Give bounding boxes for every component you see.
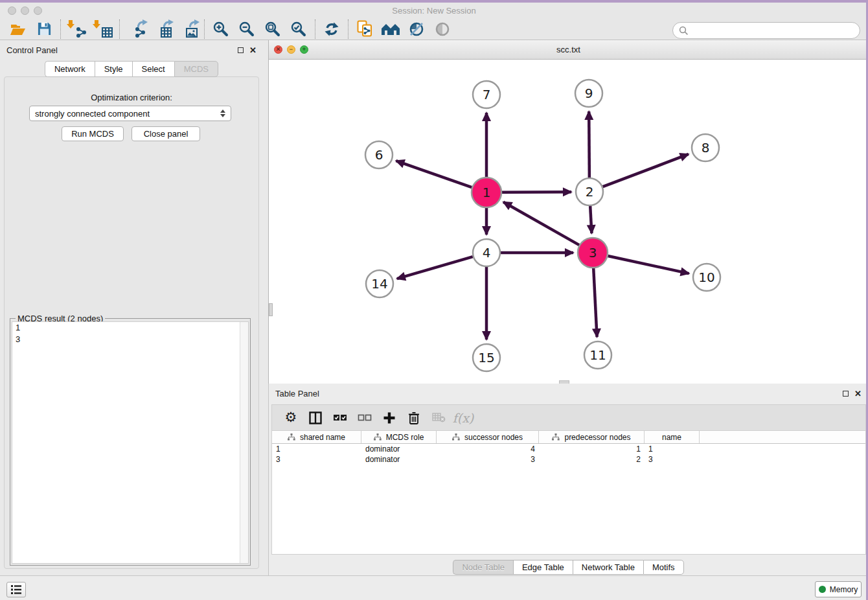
select-all-icon [333, 413, 347, 422]
export-table-button[interactable] [149, 19, 175, 40]
plus-icon [383, 411, 396, 424]
show-graphics-details-button[interactable] [404, 19, 429, 40]
graph-node-3[interactable]: 3 [578, 238, 608, 268]
open-file-button[interactable] [5, 19, 31, 40]
table-row[interactable]: 1dominator411 [272, 444, 865, 454]
tab-network-table[interactable]: Network Table [573, 560, 643, 575]
zoom-out-icon [238, 21, 255, 38]
optimization-criterion-select[interactable]: strongly connected component [29, 106, 231, 121]
table-cell[interactable]: 1 [645, 444, 700, 454]
delete-table-button[interactable] [428, 407, 450, 429]
graph-edge-2-8[interactable] [603, 154, 689, 187]
add-column-button[interactable] [378, 407, 400, 429]
graph-node-label: 15 [478, 350, 494, 365]
graph-node-7[interactable]: 7 [473, 81, 500, 108]
graph-edge-4-14[interactable] [397, 257, 473, 279]
export-image-button[interactable] [175, 19, 201, 40]
tab-select[interactable]: Select [132, 61, 174, 77]
overview-eye-button[interactable] [429, 19, 455, 40]
column-header-name[interactable]: name [645, 431, 700, 443]
select-all-rows-button[interactable] [329, 407, 351, 429]
save-session-button[interactable] [31, 19, 57, 40]
network-canvas[interactable]: 7968124314101511 [269, 60, 868, 384]
graph-node-label: 10 [698, 270, 714, 285]
graph-edge-3-11[interactable] [593, 268, 597, 337]
graph-node-4[interactable]: 4 [473, 239, 500, 266]
export-network-button[interactable] [123, 19, 149, 40]
birds-eye-view-button[interactable] [378, 19, 404, 40]
tab-motifs[interactable]: Motifs [643, 560, 684, 575]
float-panel-icon[interactable] [238, 47, 244, 53]
column-visibility-button[interactable] [304, 407, 326, 429]
close-panel-button[interactable]: Close panel [131, 126, 200, 141]
table-cell[interactable]: dominator [361, 444, 437, 454]
run-mcds-button[interactable]: Run MCDS [62, 126, 124, 141]
tab-style[interactable]: Style [95, 61, 132, 77]
panel-splitter[interactable] [263, 40, 268, 575]
graph-node-14[interactable]: 14 [366, 270, 393, 297]
status-bar: Memory [0, 575, 868, 600]
graph-node-2[interactable]: 2 [576, 178, 603, 205]
delete-columns-button[interactable] [403, 407, 425, 429]
main-area: Control Panel ✕ Network Style Select MCD… [0, 40, 868, 575]
graph-edge-2-9[interactable] [589, 111, 589, 178]
table-cell[interactable]: 1 [272, 444, 361, 454]
graph-edge-1-6[interactable] [396, 161, 472, 187]
column-header-mcds-role[interactable]: MCDS role [361, 431, 437, 443]
window-frame-top [0, 0, 868, 3]
task-history-button[interactable] [6, 582, 26, 597]
table-cell[interactable]: dominator [361, 454, 437, 465]
table-cell[interactable]: 3 [437, 454, 539, 465]
table-grid-icon [161, 27, 172, 38]
deselect-all-rows-button[interactable] [354, 407, 376, 429]
table-cell[interactable]: 4 [437, 444, 539, 454]
network-window-titlebar[interactable]: ✕ − + scc.txt [269, 40, 868, 60]
graph-node-label: 9 [585, 86, 593, 101]
import-table-button[interactable] [90, 19, 116, 40]
trash-icon [408, 411, 420, 424]
zoom-selected-button[interactable] [286, 19, 312, 40]
graph-node-9[interactable]: 9 [575, 80, 602, 107]
graph-node-6[interactable]: 6 [365, 141, 393, 168]
column-header-predecessor-nodes[interactable]: predecessor nodes [539, 431, 645, 443]
graph-node-15[interactable]: 15 [473, 344, 500, 371]
apply-function-button[interactable]: f(x) [452, 407, 474, 429]
network-zoom-button[interactable]: + [300, 45, 308, 54]
tab-network[interactable]: Network [45, 61, 95, 77]
tab-edge-table[interactable]: Edge Table [513, 560, 573, 575]
table-cell[interactable]: 3 [645, 454, 700, 465]
tab-mcds[interactable]: MCDS [174, 61, 218, 77]
column-header-successor-nodes[interactable]: successor nodes [437, 431, 539, 443]
graph-node-8[interactable]: 8 [692, 134, 719, 161]
network-minimize-button[interactable]: − [287, 45, 295, 54]
close-panel-icon[interactable]: ✕ [249, 46, 257, 54]
graph-node-1[interactable]: 1 [472, 178, 501, 207]
graph-node-11[interactable]: 11 [584, 341, 611, 369]
graph-edge-1-2[interactable] [502, 192, 571, 192]
canvas-left-splitter-handle[interactable] [269, 303, 273, 316]
table-row[interactable]: 3dominator323 [272, 454, 865, 465]
float-table-panel-icon[interactable] [843, 391, 849, 397]
memory-button[interactable]: Memory [815, 581, 862, 597]
zoom-in-button[interactable] [208, 19, 234, 40]
graph-edge-3-1[interactable] [503, 202, 579, 245]
import-network-button[interactable] [64, 19, 90, 40]
result-scrollbar[interactable] [240, 322, 248, 563]
table-cell[interactable]: 3 [272, 454, 361, 465]
table-cell[interactable]: 2 [539, 454, 645, 465]
mcds-result-list[interactable]: 13 [12, 321, 249, 564]
graph-edge-2-3[interactable] [590, 206, 591, 233]
zoom-out-button[interactable] [234, 19, 260, 40]
refresh-button[interactable] [319, 19, 345, 40]
tab-node-table[interactable]: Node Table [453, 560, 513, 575]
graph-edge-3-10[interactable] [608, 256, 689, 273]
search-input[interactable] [672, 22, 860, 39]
graph-node-10[interactable]: 10 [693, 264, 720, 291]
network-close-button[interactable]: ✕ [274, 45, 282, 54]
close-table-panel-icon[interactable]: ✕ [854, 389, 862, 398]
table-options-button[interactable]: ⚙ [280, 407, 302, 429]
clone-network-button[interactable] [352, 19, 378, 40]
column-header-shared-name[interactable]: shared name [272, 431, 361, 443]
zoom-fit-button[interactable] [260, 19, 286, 40]
table-cell[interactable]: 1 [539, 444, 645, 454]
